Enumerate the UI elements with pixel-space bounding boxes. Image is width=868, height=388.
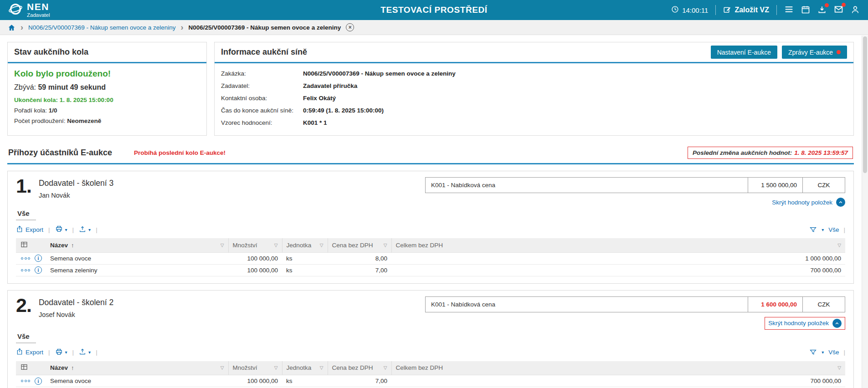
column-header-price[interactable]: Cena bez DPH	[332, 364, 373, 371]
breadcrumb-separator-icon: ›	[21, 23, 23, 31]
bid-criterion-label: K001 - Nabídková cena	[426, 297, 748, 312]
info-row-contracting-authority: Zadavatel:Zadavatel příručka	[221, 80, 847, 92]
filter-icon[interactable]: ▽	[221, 243, 224, 248]
filter-funnel-icon[interactable]	[809, 348, 817, 356]
calendar-button[interactable]	[801, 5, 810, 15]
print-button[interactable]: ▾	[55, 225, 67, 234]
profile-button[interactable]	[851, 5, 860, 15]
filter-icon[interactable]: ▽	[837, 365, 841, 370]
downloads-button[interactable]	[817, 5, 827, 15]
print-button[interactable]: ▾	[55, 348, 67, 357]
menu-button[interactable]	[784, 5, 794, 15]
hide-item-values-link[interactable]: Skrýt hodnoty položek	[765, 317, 845, 330]
breadcrumb: › N006/25/V00007369 - Nákup semen ovoce …	[0, 20, 868, 35]
item-name: Semena ovoce	[46, 252, 228, 264]
bid-currency: CZK	[803, 297, 845, 312]
item-total: 700 000,00	[391, 264, 845, 276]
tab-all[interactable]: Vše	[16, 209, 36, 220]
row-menu-icon[interactable]	[21, 257, 30, 260]
item-row[interactable]: i Semena ovoce 100 000,00 ks 7,00 700 00…	[16, 375, 845, 387]
home-icon[interactable]	[8, 24, 15, 31]
upload-button[interactable]: ▾	[79, 348, 91, 357]
scrollbar-thumb[interactable]	[863, 36, 867, 173]
nen-home-link[interactable]: NEN Zadavatel	[8, 2, 50, 18]
upload-icon	[79, 225, 86, 234]
chevron-down-icon[interactable]: ▾	[822, 227, 824, 232]
filter-icon[interactable]: ▽	[320, 243, 324, 248]
export-button[interactable]: Export	[16, 225, 43, 234]
header-divider	[715, 5, 716, 15]
column-header-qty[interactable]: Množství	[233, 242, 257, 249]
row-menu-icon[interactable]	[21, 269, 30, 271]
bid-value-group: K001 - Nabídková cena 1 600 000,00 CZK	[425, 296, 845, 312]
calendar-icon	[801, 5, 810, 15]
toolbar-divider: |	[843, 226, 845, 233]
eauction-messages-button[interactable]: Zprávy E-aukce	[782, 46, 847, 59]
column-header-unit[interactable]: Jednotka	[287, 364, 312, 371]
user-icon	[851, 5, 860, 15]
filter-icon[interactable]: ▽	[384, 365, 387, 370]
chevron-up-circle-icon	[832, 319, 842, 328]
create-vz-button[interactable]: Založit VZ	[723, 5, 769, 15]
row-menu-icon[interactable]	[21, 380, 30, 382]
filter-icon[interactable]: ▽	[274, 243, 278, 248]
mail-button[interactable]	[834, 5, 843, 15]
filter-icon[interactable]: ▽	[274, 365, 278, 370]
downloads-badge	[825, 3, 829, 7]
column-header-total[interactable]: Celkem bez DPH	[396, 364, 443, 371]
bid-value-group: K001 - Nabídková cena 1 500 000,00 CZK	[425, 177, 845, 193]
filter-funnel-icon[interactable]	[809, 226, 817, 234]
filter-icon[interactable]: ▽	[837, 243, 841, 248]
table-settings-icon[interactable]	[20, 363, 28, 371]
export-icon	[16, 225, 23, 234]
tab-all[interactable]: Vše	[16, 332, 36, 343]
breadcrumb-item-current: N006/25/V00007369 - Nákup semen ovoce a …	[188, 24, 341, 31]
breadcrumb-item-procurement[interactable]: N006/25/V00007369 - Nákup semen ovoce a …	[28, 24, 175, 31]
export-button[interactable]: Export	[16, 348, 43, 357]
filter-all-link[interactable]: Vše	[828, 226, 839, 233]
filter-icon[interactable]: ▽	[221, 365, 224, 370]
info-row-contract: Zakázka:N006/25/V00007369 - Nákup semen …	[221, 67, 847, 80]
filter-icon[interactable]: ▽	[320, 365, 324, 370]
column-header-name[interactable]: Název↑	[50, 364, 74, 371]
info-icon[interactable]: i	[35, 266, 42, 274]
breadcrumb-separator-icon: ›	[180, 23, 183, 31]
column-header-total[interactable]: Celkem bez DPH	[396, 242, 443, 249]
info-row-time-to-end: Čas do konce aukční síně:0:59:49 (1. 8. …	[221, 104, 847, 117]
auction-room-info-panel: Informace aukční síně Nastavení E-aukce …	[214, 42, 854, 136]
hide-item-values-link[interactable]: Skrýt hodnoty položek	[772, 198, 845, 207]
auction-round-panel-title: Stav aukčního kola	[14, 47, 88, 57]
column-header-qty[interactable]: Množství	[233, 364, 257, 371]
item-row[interactable]: i Semena ovoce 100 000,00 ks 8,00 1 000 …	[16, 252, 845, 264]
create-vz-label: Založit VZ	[734, 6, 769, 14]
filter-all-link[interactable]: Vše	[828, 349, 839, 356]
filter-icon[interactable]: ▽	[384, 243, 387, 248]
toolbar-divider: |	[96, 349, 98, 356]
round-order-line: Pořadí kola: 1/0	[14, 107, 200, 114]
toolbar-divider: |	[48, 226, 50, 233]
column-header-price[interactable]: Cena bez DPH	[332, 242, 373, 249]
printer-icon	[55, 348, 63, 357]
table-settings-icon[interactable]	[20, 240, 28, 249]
item-qty: 100 000,00	[228, 252, 282, 264]
column-header-name[interactable]: Název↑	[50, 242, 74, 249]
extensions-line: Počet prodloužení: Neomezeně	[14, 117, 200, 124]
item-row[interactable]: i Semena zeleniny 100 000,00 ks 7,00 700…	[16, 264, 845, 276]
vertical-scrollbar[interactable]	[862, 36, 868, 388]
items-table-header-row: Název↑▽ Množství▽ Jednotka▽ Cena bez DPH…	[16, 238, 845, 252]
upload-button[interactable]: ▾	[79, 225, 91, 234]
chevron-down-icon[interactable]: ▾	[822, 350, 824, 355]
participant-name: Dodavatel - školení 2	[39, 298, 113, 307]
eauction-settings-button[interactable]: Nastavení E-aukce	[711, 46, 777, 59]
sort-asc-icon: ↑	[71, 242, 74, 249]
close-tab-icon[interactable]: ×	[346, 23, 354, 31]
column-header-unit[interactable]: Jednotka	[287, 242, 312, 249]
printer-icon	[55, 225, 63, 234]
info-icon[interactable]: i	[35, 255, 42, 262]
info-icon[interactable]: i	[35, 378, 42, 385]
time-remaining-value: 59 minut 49 sekund	[38, 83, 106, 91]
round-end-line: Ukončení kola: 1. 8. 2025 15:00:00	[14, 97, 200, 103]
participant-person: Jan Novák	[39, 192, 113, 199]
bid-currency: CZK	[803, 178, 845, 193]
bid-criterion-label: K001 - Nabídková cena	[426, 178, 748, 193]
